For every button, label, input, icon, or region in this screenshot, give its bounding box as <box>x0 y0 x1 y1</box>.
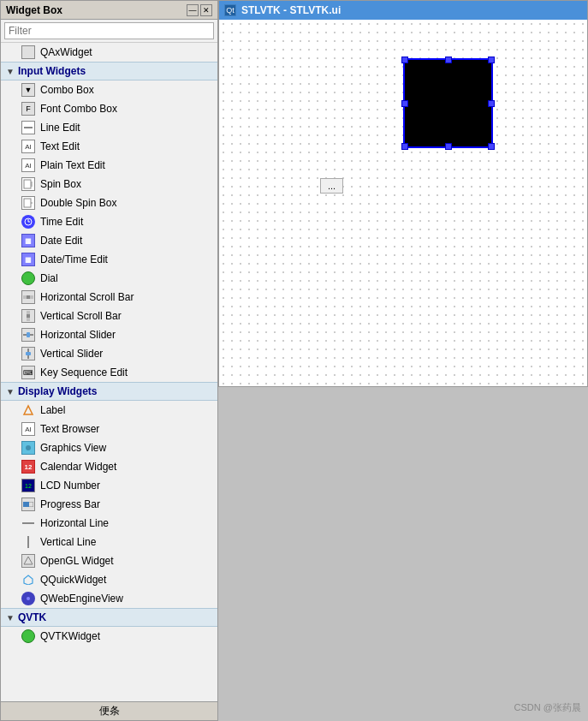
minimize-button[interactable]: — <box>187 4 199 16</box>
handle-br[interactable] <box>488 143 495 150</box>
section-qvtk[interactable]: ▼ QVTK <box>1 608 217 627</box>
sidebar-item-vline[interactable]: Vertical Line <box>1 533 217 551</box>
sidebar-item-keysequence[interactable]: ⌨ Key Sequence Edit <box>1 363 217 382</box>
canvas-area[interactable]: ... <box>219 20 587 386</box>
dial-icon <box>21 271 35 285</box>
sidebar-item-timeedit[interactable]: Time Edit <box>1 212 217 231</box>
filter-input[interactable] <box>4 22 214 39</box>
sidebar-item-progressbar[interactable]: Progress Bar <box>1 495 217 514</box>
widget-box-header: Widget Box — ✕ <box>1 1 217 20</box>
stlvtk-titlebar: Qt STLVTK - STLVTK.ui <box>219 1 587 20</box>
gray-area: CSDN @张药晨 <box>218 387 588 721</box>
fontcombobox-label: Font Combo Box <box>40 103 117 115</box>
handle-tl[interactable] <box>401 57 408 63</box>
stlvtk-app-icon: Qt <box>224 4 236 16</box>
sidebar-item-label[interactable]: Label <box>1 401 217 420</box>
sidebar-item-qvtkwidget[interactable]: QVTKWidget <box>1 627 217 646</box>
svg-rect-1 <box>24 180 31 188</box>
handle-tm[interactable] <box>445 57 452 63</box>
lcdnumber-label: LCD Number <box>40 480 100 492</box>
handle-tr[interactable] <box>488 57 495 63</box>
textedit-icon: AI <box>21 140 35 153</box>
svg-rect-11 <box>27 295 30 299</box>
section-input-widgets[interactable]: ▼ Input Widgets <box>1 62 217 80</box>
qvtkwidget-icon <box>21 629 35 643</box>
calendarwidget-label: Calendar Widget <box>40 461 116 473</box>
sidebar-item-opengl[interactable]: OpenGL Widget <box>1 551 217 570</box>
qaxwidget-label: QAxWidget <box>40 46 92 58</box>
sidebar-item-dial[interactable]: Dial <box>1 269 217 288</box>
filter-bar <box>1 20 217 43</box>
sidebar-item-calendarwidget[interactable]: 12 Calendar Widget <box>1 457 217 476</box>
combobox-label: Combo Box <box>40 84 94 96</box>
sidebar-item-textbrowser[interactable]: AI Text Browser <box>1 420 217 438</box>
handle-mr[interactable] <box>488 100 495 107</box>
stlvtk-window: Qt STLVTK - STLVTK.ui ... <box>218 0 588 387</box>
spinbox-label: Spin Box <box>40 178 81 190</box>
close-button[interactable]: ✕ <box>200 4 212 16</box>
sidebar-item-fontcombobox[interactable]: F Font Combo Box <box>1 99 217 118</box>
section-arrow: ▼ <box>6 67 15 76</box>
handle-ml[interactable] <box>401 100 408 107</box>
svg-point-27 <box>27 597 30 600</box>
dateedit-label: Date Edit <box>40 235 82 247</box>
vline-label: Vertical Line <box>40 536 96 548</box>
sidebar-item-hline[interactable]: Horizontal Line <box>1 514 217 533</box>
graphicsview-icon <box>21 441 35 455</box>
sidebar-item-hslider[interactable]: Horizontal Slider <box>1 325 217 344</box>
sidebar-item-vslider[interactable]: Vertical Slider <box>1 344 217 363</box>
lcdnumber-icon: 12 <box>21 479 35 492</box>
lineedit-icon <box>21 121 35 134</box>
progressbar-label: Progress Bar <box>40 498 100 510</box>
hline-label: Horizontal Line <box>40 517 109 529</box>
widget-box-title: Widget Box <box>6 4 62 16</box>
datetimeedit-icon: ▦ <box>21 253 35 266</box>
textedit-label: Text Edit <box>40 140 80 152</box>
sidebar-item-webengine[interactable]: QWebEngineView <box>1 589 217 608</box>
bottom-bar-label: 便条 <box>99 704 120 718</box>
webengine-icon <box>21 592 35 605</box>
black-square-widget[interactable] <box>403 58 493 148</box>
keysequence-icon: ⌨ <box>21 366 35 379</box>
sidebar-item-graphicsview[interactable]: Graphics View <box>1 438 217 457</box>
sidebar-item-hscrollbar[interactable]: Horizontal Scroll Bar <box>1 288 217 307</box>
sidebar-item-datetimeedit[interactable]: ▦ Date/Time Edit <box>1 250 217 269</box>
textbrowser-icon: AI <box>21 422 35 436</box>
qvtk-section-arrow: ▼ <box>6 613 15 623</box>
label-label: Label <box>40 404 65 416</box>
right-panel: Qt STLVTK - STLVTK.ui ... <box>218 0 588 721</box>
sidebar-item-plaintextedit[interactable]: AI Plain Text Edit <box>1 156 217 175</box>
sidebar-item-textedit[interactable]: AI Text Edit <box>1 137 217 156</box>
svg-rect-21 <box>23 502 29 507</box>
plaintextedit-label: Plain Text Edit <box>40 159 105 171</box>
sidebar-item-spinbox[interactable]: Spin Box <box>1 175 217 194</box>
sidebar-item-qquick[interactable]: QQuickWidget <box>1 570 217 589</box>
sidebar-item-lcdnumber[interactable]: 12 LCD Number <box>1 476 217 495</box>
sidebar-item-doublespinbox[interactable]: Double Spin Box <box>1 194 217 212</box>
calendarwidget-icon: 12 <box>21 460 35 474</box>
opengl-label: OpenGL Widget <box>40 555 114 567</box>
sidebar-item-vscrollbar[interactable]: Vertical Scroll Bar <box>1 307 217 325</box>
sidebar-item-dateedit[interactable]: ▦ Date Edit <box>1 231 217 250</box>
handle-bm[interactable] <box>445 143 452 150</box>
header-buttons: — ✕ <box>187 4 212 16</box>
section-display-label: Display Widgets <box>18 385 98 397</box>
sidebar-item-qaxwidget[interactable]: QAxWidget <box>1 43 217 62</box>
handle-bl[interactable] <box>401 143 408 150</box>
section-display-widgets[interactable]: ▼ Display Widgets <box>1 382 217 401</box>
doublespinbox-icon <box>21 196 35 210</box>
widget-list: QAxWidget ▼ Input Widgets ▼ Combo Box F … <box>1 43 217 701</box>
sidebar-item-combobox[interactable]: ▼ Combo Box <box>1 80 217 99</box>
textbrowser-label: Text Browser <box>40 423 99 435</box>
graphicsview-label: Graphics View <box>40 442 106 454</box>
dial-label: Dial <box>40 272 58 284</box>
qaxwidget-icon <box>21 45 35 59</box>
section-input-label: Input Widgets <box>18 65 86 77</box>
svg-rect-0 <box>24 127 33 128</box>
lineedit-label: Line Edit <box>40 122 80 134</box>
svg-marker-25 <box>24 575 33 585</box>
widget-box: Widget Box — ✕ QAxWidget ▼ Input Widgets… <box>0 0 218 721</box>
sidebar-item-lineedit[interactable]: Line Edit <box>1 118 217 137</box>
ellipsis-button[interactable]: ... <box>320 178 343 194</box>
datetimeedit-label: Date/Time Edit <box>40 253 108 265</box>
